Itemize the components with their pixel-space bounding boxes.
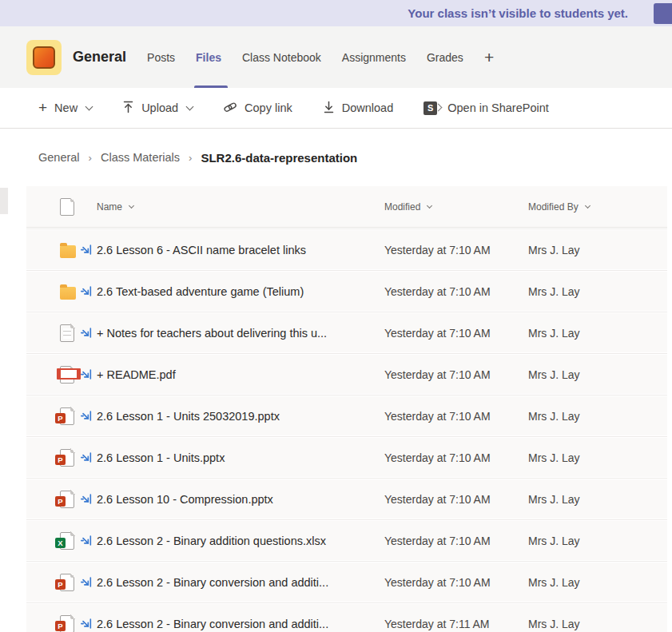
plus-icon: + bbox=[38, 102, 47, 113]
file-type-column-icon bbox=[60, 198, 74, 216]
tab-class-notebook[interactable]: Class Notebook bbox=[242, 48, 321, 67]
active-tab-underline bbox=[194, 85, 228, 88]
recently-added-icon bbox=[81, 451, 92, 463]
file-modified-by: Mrs J. Lay bbox=[528, 244, 667, 256]
file-row[interactable]: 2.6 Lesson 2 - Binary conversion and add… bbox=[26, 604, 667, 632]
file-row[interactable]: + README.pdf Yesterday at 7:10 AM Mrs J.… bbox=[26, 355, 667, 394]
upload-button[interactable]: Upload bbox=[122, 101, 193, 116]
breadcrumb-general[interactable]: General bbox=[38, 151, 80, 164]
open-in-sharepoint-button[interactable]: S Open in SharePoint bbox=[423, 101, 549, 115]
banner-message: Your class isn’t visible to students yet… bbox=[408, 6, 628, 20]
file-type-icon bbox=[60, 449, 74, 467]
visibility-banner: Your class isn’t visible to students yet… bbox=[0, 0, 672, 26]
new-button[interactable]: + New bbox=[38, 101, 92, 114]
file-modified-by: Mrs J. Lay bbox=[528, 618, 667, 630]
copy-link-button[interactable]: Copy link bbox=[223, 101, 292, 116]
chevron-down-icon bbox=[129, 202, 134, 208]
file-modified: Yesterday at 7:10 AM bbox=[384, 368, 528, 381]
sharepoint-icon: S bbox=[423, 101, 437, 115]
download-button[interactable]: Download bbox=[323, 101, 394, 116]
file-type-icon bbox=[60, 366, 74, 384]
chevron-down-icon bbox=[186, 102, 194, 110]
file-modified: Yesterday at 7:11 AM bbox=[384, 618, 528, 630]
file-row[interactable]: 2.6 Lesson 1 - Units 25032019.pptx Yeste… bbox=[26, 396, 667, 435]
file-name[interactable]: 2.6 Lesson 1 - Units.pptx bbox=[97, 451, 384, 464]
recently-added-icon bbox=[81, 327, 92, 339]
file-type-icon bbox=[60, 491, 74, 508]
tab-files[interactable]: Files bbox=[196, 48, 221, 67]
file-name[interactable]: 2.6 Lesson 1 - Units 25032019.pptx bbox=[97, 410, 384, 423]
file-modified: Yesterday at 7:10 AM bbox=[384, 410, 528, 423]
file-row[interactable]: 2.6 Lesson 2 - Binary addition questions… bbox=[26, 521, 667, 560]
table-header-row: Name Modified Modified By bbox=[26, 186, 667, 228]
sort-by-modified-header[interactable]: Modified bbox=[384, 201, 528, 213]
chevron-down-icon bbox=[85, 102, 93, 110]
file-row[interactable]: + Notes for teachers about delivering th… bbox=[26, 313, 667, 352]
left-edge-notch bbox=[0, 188, 8, 214]
files-toolbar: + New Upload Copy link Download S Open i… bbox=[0, 88, 672, 129]
file-modified-by: Mrs J. Lay bbox=[528, 451, 667, 464]
file-modified: Yesterday at 7:10 AM bbox=[384, 576, 528, 589]
tab-grades[interactable]: Grades bbox=[427, 48, 463, 67]
file-modified-by: Mrs J. Lay bbox=[528, 535, 667, 547]
breadcrumb-separator-icon: › bbox=[89, 152, 92, 164]
file-row[interactable]: 2.6 Text-based adventure game (Telium) Y… bbox=[26, 272, 667, 311]
file-modified-by: Mrs J. Lay bbox=[528, 576, 667, 589]
file-modified-by: Mrs J. Lay bbox=[528, 285, 667, 298]
file-type-icon bbox=[60, 615, 74, 632]
file-modified: Yesterday at 7:10 AM bbox=[384, 244, 528, 256]
chevron-down-icon bbox=[427, 202, 432, 208]
file-type-icon bbox=[60, 532, 74, 550]
tab-assignments[interactable]: Assignments bbox=[342, 48, 406, 67]
file-name[interactable]: 2.6 Lesson 2 - Binary conversion and add… bbox=[97, 576, 384, 589]
recently-added-icon bbox=[81, 535, 92, 547]
recently-added-icon bbox=[81, 618, 92, 630]
chevron-down-icon bbox=[585, 202, 590, 208]
recently-added-icon bbox=[81, 576, 92, 588]
tab-posts[interactable]: Posts bbox=[147, 48, 175, 67]
file-name[interactable]: 2.6 Lesson 2 - Binary addition questions… bbox=[97, 535, 384, 547]
channel-tabs: Posts Files Class Notebook Assignments G… bbox=[147, 48, 494, 67]
breadcrumb-separator-icon: › bbox=[189, 152, 192, 164]
channel-header: General Posts Files Class Notebook Assig… bbox=[0, 26, 672, 88]
file-type-icon bbox=[60, 287, 76, 300]
file-modified-by: Mrs J. Lay bbox=[528, 368, 667, 381]
team-avatar-icon bbox=[33, 46, 55, 69]
sort-by-name-header[interactable]: Name bbox=[97, 201, 384, 213]
channel-title: General bbox=[73, 49, 126, 66]
file-name[interactable]: 2.6 Text-based adventure game (Telium) bbox=[97, 285, 384, 298]
file-modified-by: Mrs J. Lay bbox=[528, 327, 667, 340]
file-name[interactable]: 2.6 Lesson 6 - ASCII name bracelet links bbox=[97, 244, 384, 256]
file-name[interactable]: + Notes for teachers about delivering th… bbox=[97, 327, 384, 340]
file-modified: Yesterday at 7:10 AM bbox=[384, 285, 528, 298]
recently-added-icon bbox=[81, 244, 92, 256]
file-modified-by: Mrs J. Lay bbox=[528, 410, 667, 423]
file-modified-by: Mrs J. Lay bbox=[528, 493, 667, 506]
file-modified: Yesterday at 7:10 AM bbox=[384, 451, 528, 464]
file-row[interactable]: 2.6 Lesson 1 - Units.pptx Yesterday at 7… bbox=[26, 438, 667, 477]
file-name[interactable]: 2.6 Lesson 2 - Binary conversion and add… bbox=[97, 618, 384, 630]
recently-added-icon bbox=[81, 285, 92, 297]
file-row[interactable]: 2.6 Lesson 10 - Compression.pptx Yesterd… bbox=[26, 479, 667, 519]
download-icon bbox=[323, 101, 335, 116]
file-modified: Yesterday at 7:10 AM bbox=[384, 493, 528, 506]
sort-by-modified-by-header[interactable]: Modified By bbox=[528, 201, 667, 213]
add-tab-button[interactable]: + bbox=[484, 49, 494, 66]
recently-added-icon bbox=[81, 493, 92, 505]
recently-added-icon bbox=[81, 368, 92, 380]
file-row[interactable]: 2.6 Lesson 2 - Binary conversion and add… bbox=[26, 562, 667, 602]
file-type-icon bbox=[60, 407, 74, 425]
breadcrumb-class-materials[interactable]: Class Materials bbox=[101, 151, 180, 164]
breadcrumb-current-folder: SLR2.6-data-representation bbox=[201, 151, 357, 165]
file-name[interactable]: + README.pdf bbox=[97, 368, 384, 381]
file-name[interactable]: 2.6 Lesson 10 - Compression.pptx bbox=[97, 493, 384, 506]
file-type-icon bbox=[60, 324, 74, 342]
file-modified: Yesterday at 7:10 AM bbox=[384, 535, 528, 547]
file-row[interactable]: 2.6 Lesson 6 - ASCII name bracelet links… bbox=[26, 230, 667, 269]
upload-icon bbox=[122, 101, 134, 116]
file-type-icon bbox=[60, 574, 74, 591]
file-type-icon bbox=[60, 245, 76, 258]
recently-added-icon bbox=[81, 410, 92, 422]
link-icon bbox=[223, 101, 237, 116]
banner-action-button[interactable] bbox=[654, 3, 672, 24]
